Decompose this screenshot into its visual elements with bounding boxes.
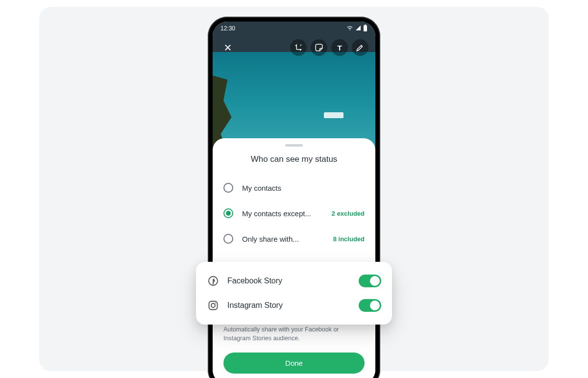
instagram-toggle[interactable] xyxy=(359,299,381,312)
text-icon: T xyxy=(337,44,342,52)
svg-rect-3 xyxy=(209,302,218,310)
radio-icon-selected xyxy=(223,208,233,218)
option-label: My contacts except... xyxy=(242,209,323,218)
helper-text: Automatically share with your Facebook o… xyxy=(221,323,367,346)
radio-icon xyxy=(223,234,233,244)
battery-icon xyxy=(363,25,368,33)
share-label: Facebook Story xyxy=(227,277,351,285)
editor-toolbar: T xyxy=(213,39,375,56)
share-instagram-row[interactable]: Instagram Story xyxy=(206,293,382,318)
share-overlay-card: Facebook Story Instagram Story xyxy=(196,262,392,325)
draw-button[interactable] xyxy=(352,39,368,56)
svg-point-4 xyxy=(211,303,215,307)
svg-rect-1 xyxy=(365,25,366,25)
cellular-icon xyxy=(355,25,361,32)
privacy-bottom-sheet: Who can see my status My contacts My con… xyxy=(213,138,375,378)
artboard: 12:30 xyxy=(39,7,549,371)
status-time: 12:30 xyxy=(220,25,235,32)
wifi-icon xyxy=(346,25,353,32)
svg-rect-0 xyxy=(364,25,367,31)
option-label: My contacts xyxy=(242,184,365,192)
sheet-title: Who can see my status xyxy=(221,154,367,164)
facebook-toggle[interactable] xyxy=(359,275,381,287)
share-label: Instagram Story xyxy=(227,301,351,310)
radio-icon xyxy=(223,183,233,193)
facebook-icon xyxy=(207,275,220,287)
sheet-grabber[interactable] xyxy=(285,144,303,147)
instagram-icon xyxy=(207,299,220,312)
status-icons xyxy=(346,25,368,33)
text-button[interactable]: T xyxy=(331,39,348,56)
svg-point-5 xyxy=(215,302,216,303)
option-my-contacts[interactable]: My contacts xyxy=(221,175,367,201)
photo-boat xyxy=(324,112,343,118)
crop-rotate-button[interactable] xyxy=(290,39,307,56)
done-button[interactable]: Done xyxy=(223,353,365,374)
share-facebook-row[interactable]: Facebook Story xyxy=(206,269,382,293)
sticker-button[interactable] xyxy=(311,39,327,56)
close-button[interactable] xyxy=(220,39,236,56)
option-note: 2 excluded xyxy=(332,210,365,217)
system-status-bar: 12:30 xyxy=(213,22,375,35)
option-note: 8 included xyxy=(333,235,365,243)
option-only-share-with[interactable]: Only share with... 8 included xyxy=(221,226,367,252)
option-my-contacts-except[interactable]: My contacts except... 2 excluded xyxy=(221,201,367,226)
option-label: Only share with... xyxy=(242,235,324,243)
